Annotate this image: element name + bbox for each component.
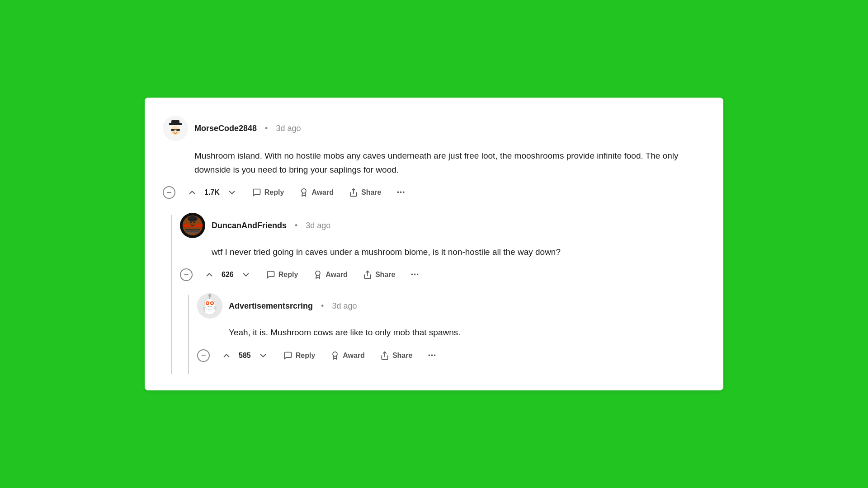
comment1-username: MorseCode2848 [194,124,257,133]
comment3-timestamp: 3d ago [332,301,357,311]
comment2-downvote-button[interactable] [237,267,255,282]
avatar-ads [197,293,222,319]
comment3-vote-section: 585 [218,348,272,363]
svg-rect-18 [186,231,199,232]
upvote-icon [222,351,231,361]
comment3-vote-count: 585 [239,352,251,360]
comment2-share-button[interactable]: Share [359,267,399,282]
downvote-icon [258,351,268,361]
thread-line-1 [171,215,172,374]
svg-point-30 [211,302,213,304]
comment-level2: DuncanAndFriends • 3d ago wtf I never tr… [180,213,705,372]
comment3-collapse-button[interactable]: − [197,349,210,362]
comment2-award-button[interactable]: Award [310,267,351,282]
comment1-upvote-button[interactable] [184,185,201,200]
svg-point-14 [188,216,198,221]
avatar-morse [163,116,188,141]
comment2-reply-button[interactable]: Reply [263,267,302,282]
svg-rect-2 [171,120,179,124]
avatar-duncan-icon [180,213,205,238]
award-icon [330,351,340,360]
comment3-more-button[interactable]: ··· [424,348,439,363]
comment1-more-button[interactable]: ··· [393,185,408,200]
comment1-header: MorseCode2848 • 3d ago [163,116,705,141]
comment3-thread: Advertisementsrcring • 3d ago Yeah, it i… [180,293,705,372]
comment-level1: MorseCode2848 • 3d ago Mushroom island. … [163,116,705,372]
svg-point-15 [190,221,192,223]
upvote-icon [187,188,197,197]
comment3-upvote-button[interactable] [218,348,235,363]
comment1-timestamp: 3d ago [276,124,301,133]
upvote-icon [204,270,214,280]
comment1-vote-section: 1.7K [184,185,241,200]
comment3-downvote-button[interactable] [255,348,272,363]
thread-line-2 [188,295,189,374]
comment1-award-button[interactable]: Award [296,185,337,200]
award-icon [313,270,322,279]
svg-point-16 [193,221,195,223]
comment2-collapse-button[interactable]: − [180,268,193,281]
comment-level3: Advertisementsrcring • 3d ago Yeah, it i… [197,293,705,363]
comment2-vote-section: 626 [201,267,255,282]
downvote-icon [227,188,237,197]
comment2-vote-count: 626 [222,271,234,279]
comment1-body: Mushroom island. With no hostile mobs an… [194,149,705,177]
downvote-icon [241,270,251,280]
comment3-reply-button[interactable]: Reply [280,348,319,363]
svg-point-26 [208,294,211,297]
avatar-duncan [180,213,205,238]
comment3-username: Advertisementsrcring [229,301,313,311]
avatar-morse-icon [163,116,188,141]
comment3-header: Advertisementsrcring • 3d ago [197,293,705,319]
svg-rect-19 [187,232,198,233]
share-icon [363,270,372,279]
avatar-ads-icon [197,293,222,319]
comment2-upvote-button[interactable] [201,267,218,282]
award-icon [299,188,308,197]
share-icon [349,188,358,197]
reply-icon [266,270,275,279]
comment2-header: DuncanAndFriends • 3d ago [180,213,705,238]
svg-rect-4 [171,129,175,131]
comment1-downvote-button[interactable] [223,185,241,200]
comment2-thread: DuncanAndFriends • 3d ago wtf I never tr… [163,213,705,372]
comment3-award-button[interactable]: Award [327,348,368,363]
comments-card: MorseCode2848 • 3d ago Mushroom island. … [145,98,723,390]
comment1-reply-button[interactable]: Reply [249,185,288,200]
comment2-action-bar: − 626 [180,267,705,282]
comment1-vote-count: 1.7K [204,188,220,197]
comment2-more-button[interactable]: ··· [407,267,422,282]
svg-point-29 [207,302,208,304]
comment3-share-button[interactable]: Share [377,348,416,363]
reply-icon [252,188,261,197]
comment3-body: Yeah, it is. Mushroom cows are like to o… [229,326,705,339]
svg-rect-17 [185,229,200,230]
svg-rect-5 [176,129,180,131]
reply-icon [283,351,292,360]
comment1-action-bar: − 1.7K Reply [163,185,705,200]
share-icon [380,351,389,360]
comment2-timestamp: 3d ago [306,221,330,230]
comment1-share-button[interactable]: Share [345,185,385,200]
comment3-action-bar: − 585 [197,348,705,363]
comment1-collapse-button[interactable]: − [163,186,175,199]
comment2-username: DuncanAndFriends [212,221,287,230]
comment2-body: wtf I never tried going in caves under a… [212,245,705,259]
